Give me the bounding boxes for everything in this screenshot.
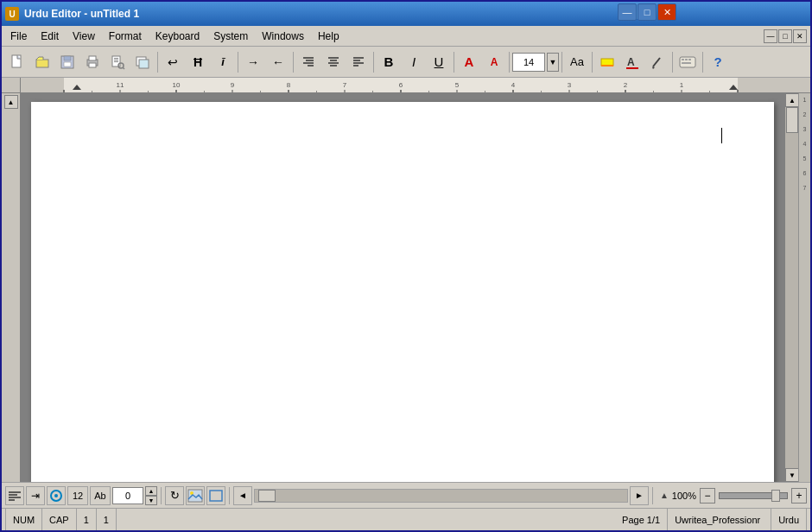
bold-btn[interactable]: B [377, 50, 401, 74]
align-left-btn[interactable] [346, 50, 371, 74]
left-panel: ▲ [2, 93, 21, 482]
scroll-down-arrow[interactable]: ▼ [785, 468, 799, 482]
svg-rect-87 [210, 491, 222, 501]
svg-rect-28 [601, 59, 613, 66]
image-copy-btn[interactable] [130, 50, 155, 74]
font-grow-btn[interactable]: A [457, 50, 481, 74]
svg-rect-7 [89, 63, 96, 67]
bt-rect-btn[interactable] [206, 486, 225, 505]
help-btn[interactable]: ? [706, 50, 730, 74]
svg-text:11: 11 [117, 81, 124, 89]
left-arrow-btn[interactable]: ← [266, 50, 290, 74]
bt-tab-btn[interactable]: ⇥ [26, 486, 45, 505]
menu-edit[interactable]: Edit [34, 27, 66, 46]
menu-format[interactable]: Format [102, 27, 149, 46]
horizontal-scroll-track[interactable] [254, 489, 628, 503]
inner-window-controls: — □ ✕ [764, 29, 807, 43]
menu-keyboard[interactable]: Keyboard [149, 27, 206, 46]
sep7 [561, 52, 562, 73]
bt-align-btn[interactable] [5, 486, 24, 505]
font-shrink-btn[interactable]: A [482, 50, 506, 74]
sep9 [672, 52, 673, 73]
sep8 [592, 52, 593, 73]
zoom-thumb[interactable] [771, 490, 780, 502]
svg-line-13 [123, 67, 124, 69]
sep5 [454, 52, 454, 73]
zoom-percent-label: 100% [672, 491, 696, 501]
scroll-thumb[interactable] [786, 107, 798, 133]
svg-rect-11 [114, 61, 118, 62]
zoom-in-btn[interactable]: + [791, 488, 807, 504]
bt-scroll-right-btn[interactable]: ► [630, 486, 649, 505]
svg-text:10: 10 [173, 81, 181, 89]
scroll-track[interactable] [785, 107, 798, 468]
align-right-btn[interactable] [296, 50, 320, 74]
svg-text:7: 7 [343, 81, 347, 89]
undo-btn[interactable]: ↩ [161, 50, 185, 74]
urdu-i-btn[interactable]: ĭ [211, 50, 235, 74]
svg-rect-36 [685, 59, 688, 60]
maximize-os-btn[interactable]: □ [638, 3, 657, 21]
window-title: Urdu Editor - unTitled 1 [24, 8, 807, 20]
svg-text:4: 4 [511, 81, 516, 89]
pen-tool-btn[interactable] [645, 50, 669, 74]
doc-page [31, 102, 774, 482]
titlebar-right-controls: — □ ✕ [618, 3, 676, 21]
preview-btn[interactable] [105, 50, 130, 74]
font-size-input[interactable]: 14 [512, 53, 545, 72]
zoom-track[interactable] [719, 492, 788, 499]
status-num: NUM [5, 509, 42, 530]
menu-help[interactable]: Help [311, 27, 346, 46]
scroll-up-btn[interactable]: ▲ [4, 95, 18, 109]
font-size-dropdown-btn[interactable]: ▼ [547, 53, 559, 72]
menu-file[interactable]: File [3, 27, 34, 46]
urdu-h-btn[interactable]: Ħ [186, 50, 210, 74]
svg-text:2: 2 [624, 81, 628, 89]
menu-windows[interactable]: Windows [255, 27, 311, 46]
text-cursor [721, 128, 722, 143]
svg-text:A: A [627, 56, 635, 68]
svg-rect-10 [114, 60, 118, 60]
open-btn[interactable] [30, 50, 54, 74]
font-size-selector: 14 ▼ [512, 53, 559, 72]
menu-view[interactable]: View [66, 27, 102, 46]
bt-sep3 [652, 487, 653, 504]
status-bar: NUM CAP 1 1 Page 1/1 Uwritea_Professionr… [2, 508, 810, 530]
font-type-btn[interactable]: Aa [565, 50, 589, 74]
align-center-btn[interactable] [321, 50, 346, 74]
spinner-down-btn[interactable]: ▼ [145, 496, 157, 505]
italic-btn[interactable]: I [402, 50, 426, 74]
bt-ab-btn[interactable]: Ab [90, 486, 111, 505]
menu-system[interactable]: System [206, 27, 255, 46]
horizontal-scroll-thumb[interactable] [258, 490, 276, 502]
bt-scroll-left-btn[interactable]: ◄ [233, 486, 252, 505]
save-btn[interactable] [55, 50, 79, 74]
zoom-out-btn[interactable]: − [700, 488, 715, 504]
keyboard-btn[interactable] [676, 50, 700, 74]
bt-color-btn[interactable] [47, 486, 66, 505]
inner-close-btn[interactable]: ✕ [793, 29, 807, 43]
font-color-btn[interactable]: A [620, 50, 644, 74]
inner-minimize-btn[interactable]: — [764, 29, 777, 43]
scroll-up-arrow[interactable]: ▲ [785, 93, 799, 107]
svg-rect-6 [89, 56, 96, 60]
inner-maximize-btn[interactable]: □ [778, 29, 792, 43]
new-btn[interactable] [5, 50, 29, 74]
bt-image-btn[interactable] [186, 486, 205, 505]
minimize-os-btn[interactable]: — [618, 3, 637, 21]
sep10 [702, 52, 703, 73]
doc-container[interactable] [21, 93, 784, 482]
bt-counter-input[interactable]: 0 [112, 487, 143, 504]
svg-rect-38 [682, 62, 691, 64]
status-col: 1 [77, 509, 97, 530]
highlight-btn[interactable] [595, 50, 619, 74]
underline-btn[interactable]: U [427, 50, 451, 74]
spinner-up-btn[interactable]: ▲ [145, 486, 157, 496]
svg-rect-3 [64, 56, 71, 60]
ruler-corner [2, 78, 21, 93]
close-os-btn[interactable]: ✕ [657, 3, 676, 21]
bt-refresh-btn[interactable]: ↻ [165, 486, 184, 505]
svg-marker-33 [652, 66, 655, 69]
print-btn[interactable] [80, 50, 105, 74]
right-arrow-btn[interactable]: → [241, 50, 265, 74]
